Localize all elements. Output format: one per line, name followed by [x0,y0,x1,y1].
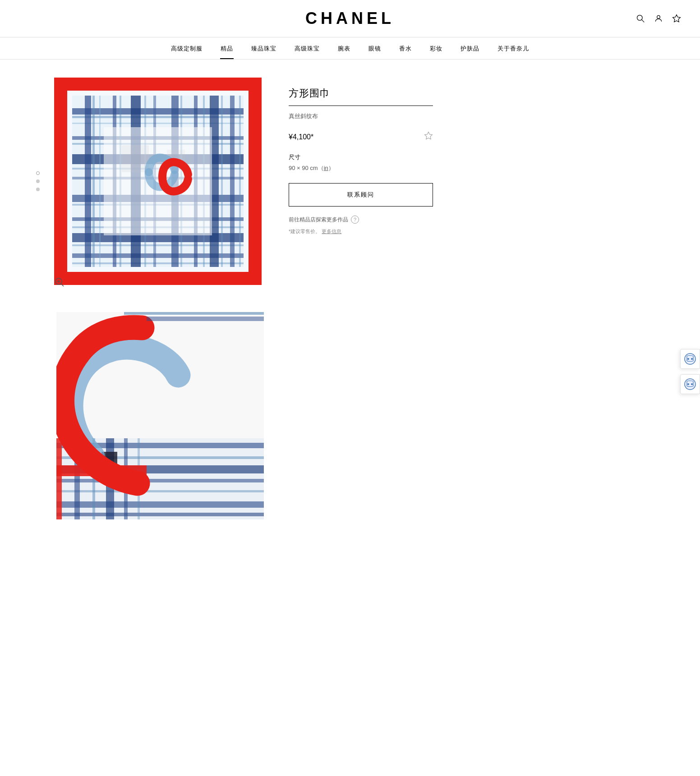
main-product-image [54,78,262,285]
zoom-button[interactable] [54,277,65,289]
main-nav: 高级定制服 精品 臻品珠宝 高级珠宝 腕表 眼镜 香水 彩妆 护肤品 关于香奈儿 [0,37,700,60]
wishlist-icon[interactable] [671,13,682,24]
svg-rect-42 [104,127,212,235]
svg-rect-66 [147,317,264,321]
size-section: 尺寸 90 × 90 cm（in） [289,153,433,172]
svg-point-70 [685,379,695,390]
svg-rect-31 [230,96,235,267]
svg-rect-24 [85,96,91,267]
svg-rect-38 [221,96,223,267]
product-divider [289,106,433,106]
nav-item-high-jewelry[interactable]: 高级珠宝 [295,45,320,59]
dot-3[interactable] [36,188,40,191]
float-btn-2[interactable] [680,374,700,394]
svg-rect-54 [56,490,264,492]
nav-item-eyewear[interactable]: 眼镜 [368,45,381,59]
search-icon[interactable] [635,13,646,24]
svg-rect-65 [124,312,264,315]
account-icon[interactable] [653,13,664,24]
boutique-link[interactable]: 前往精品店探索更多作品 ? [289,216,433,224]
product-title: 方形围巾 [289,87,433,100]
second-product-image [56,312,264,519]
svg-rect-56 [56,513,264,516]
image-dots [36,171,40,191]
svg-rect-63 [56,438,62,519]
second-image-section [0,303,700,546]
svg-rect-53 [56,479,264,482]
logo: CHANEL [305,9,395,28]
svg-point-72 [691,383,693,385]
svg-rect-32 [92,96,95,267]
nav-item-fine-jewelry[interactable]: 臻品珠宝 [251,45,276,59]
product-price: ¥4,100* [289,131,433,142]
svg-line-1 [642,20,644,22]
nav-item-skincare[interactable]: 护肤品 [461,45,479,59]
svg-point-2 [657,15,660,18]
header-icons [635,13,682,24]
nav-item-about[interactable]: 关于香奈儿 [497,45,529,59]
nav-item-fragrance[interactable]: 香水 [399,45,412,59]
nav-item-watches[interactable]: 腕表 [338,45,350,59]
nav-item-boutique[interactable]: 精品 [221,45,233,59]
boutique-text: 前往精品店探索更多作品 [289,216,348,224]
main-content: 方形围巾 真丝斜纹布 ¥4,100* 尺寸 90 × 90 cm（in） 联系顾… [0,60,700,303]
svg-rect-55 [56,501,264,508]
svg-point-0 [637,15,643,21]
info-icon: ? [351,216,359,224]
svg-point-68 [687,358,689,360]
product-info: 方形围巾 真丝斜纹布 ¥4,100* 尺寸 90 × 90 cm（in） 联系顾… [289,78,433,285]
svg-rect-39 [239,96,241,267]
product-subtitle: 真丝斜纹布 [289,112,433,120]
dot-1[interactable] [36,171,40,175]
contact-button[interactable]: 联系顾问 [289,183,433,207]
svg-marker-3 [673,15,681,22]
image-section [54,78,262,285]
wishlist-button[interactable] [424,131,433,142]
size-unit-link[interactable]: in [324,165,328,171]
header: CHANEL [0,0,700,37]
size-value: 90 × 90 cm（in） [289,164,433,172]
nav-item-makeup[interactable]: 彩妆 [430,45,442,59]
price-note: *建议零售价。 更多信息 [289,228,433,235]
svg-rect-33 [99,96,101,267]
dot-2[interactable] [36,179,40,183]
svg-point-67 [685,354,695,364]
float-btn-1[interactable] [680,349,700,369]
price-note-link[interactable]: 更多信息 [322,229,341,234]
svg-point-69 [691,358,693,360]
svg-marker-47 [425,132,433,139]
nav-item-haute-couture[interactable]: 高级定制服 [171,45,203,59]
size-label: 尺寸 [289,153,433,161]
svg-point-71 [687,383,689,385]
price-value: ¥4,100* [289,133,313,141]
svg-line-44 [61,284,64,287]
